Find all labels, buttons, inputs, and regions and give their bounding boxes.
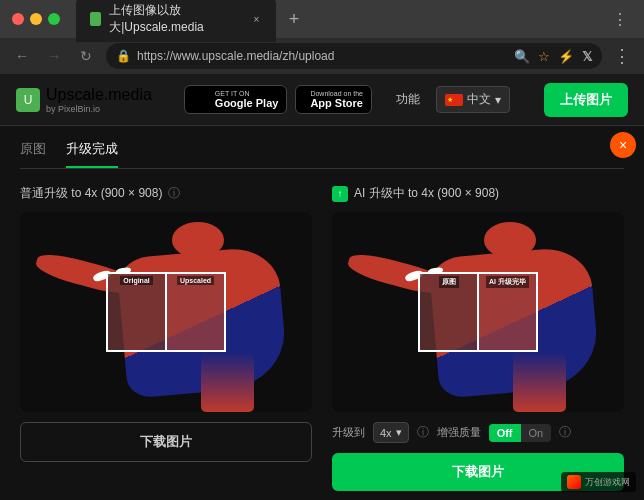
right-comp-upscaled: AI 升级完毕 xyxy=(479,274,536,350)
ai-icon: ↑ xyxy=(332,186,348,202)
store-badges: ▶ GET IT ON Google Play Download on the … xyxy=(184,85,372,114)
left-panel-title: 普通升级 to 4x (900 × 908) ⓘ xyxy=(20,185,312,202)
refresh-button[interactable]: ↻ xyxy=(74,44,98,68)
left-comparison-box: Original Upscaled xyxy=(106,272,226,352)
right-head xyxy=(484,222,537,258)
x-logo-icon: 𝕏 xyxy=(582,49,592,64)
app-store-top-text: Download on the xyxy=(310,90,363,97)
left-panel: 普通升级 to 4x (900 × 908) ⓘ xyxy=(20,185,312,491)
back-button[interactable]: ← xyxy=(10,44,34,68)
forward-button[interactable]: → xyxy=(42,44,66,68)
watermark-text: 万创游戏网 xyxy=(585,476,630,489)
main-content: 原图 升级完成 普通升级 to 4x (900 × 908) ⓘ xyxy=(0,126,644,500)
logo-text-area: Upscale.media by PixelBin.io xyxy=(46,86,152,114)
logo-letter: U xyxy=(24,93,33,107)
header-nav-links: 功能 xyxy=(396,91,420,108)
url-text: https://www.upscale.media/zh/upload xyxy=(137,49,334,63)
google-play-button[interactable]: ▶ GET IT ON Google Play xyxy=(184,85,288,114)
action-controls: 升级到 4x ▾ ⓘ 增强质量 Off On ⓘ xyxy=(332,422,624,443)
right-leg xyxy=(513,352,566,412)
browser-more-options[interactable]: ⋮ xyxy=(608,7,632,31)
browser-tab[interactable]: 上传图像以放大|Upscale.media × xyxy=(76,0,276,42)
tab-title: 上传图像以放大|Upscale.media xyxy=(109,2,243,36)
left-head xyxy=(172,222,225,258)
url-bar[interactable]: 🔒 https://www.upscale.media/zh/upload 🔍 … xyxy=(106,43,602,69)
app-store-text: Download on the App Store xyxy=(310,90,363,109)
left-panel-title-text: 普通升级 to 4x (900 × 908) xyxy=(20,185,162,202)
lang-text: 中文 xyxy=(467,91,491,108)
left-comp-upscaled: Upscaled xyxy=(167,274,224,350)
maximize-window-button[interactable] xyxy=(48,13,60,25)
website-content: U Upscale.media by PixelBin.io ▶ GET IT … xyxy=(0,74,644,500)
content-tabs: 原图 升级完成 xyxy=(20,140,624,169)
title-bar: 上传图像以放大|Upscale.media × + ⋮ xyxy=(0,0,644,38)
tab-original[interactable]: 原图 xyxy=(20,140,46,168)
right-spider-image: 原图 AI 升级完毕 xyxy=(332,212,624,412)
upgrade-info-icon[interactable]: ⓘ xyxy=(417,424,429,441)
left-leg xyxy=(201,352,254,412)
browser-menu-button[interactable]: ⋮ xyxy=(610,44,634,68)
right-panel-title: ↑ AI 升级中 to 4x (900 × 908) xyxy=(332,185,624,202)
site-header: U Upscale.media by PixelBin.io ▶ GET IT … xyxy=(0,74,644,126)
quality-info-icon[interactable]: ⓘ xyxy=(559,424,571,441)
app-store-bottom-text: App Store xyxy=(310,97,363,109)
close-overlay-button[interactable]: × xyxy=(610,132,636,158)
traffic-lights xyxy=(12,13,60,25)
comparison-panels: 普通升级 to 4x (900 × 908) ⓘ xyxy=(20,185,624,491)
tab-bar: 上传图像以放大|Upscale.media × + xyxy=(76,0,600,42)
right-comparison-box: 原图 AI 升级完毕 xyxy=(418,272,538,352)
google-play-top-text: GET IT ON xyxy=(215,90,279,97)
right-panel-title-text: AI 升级中 to 4x (900 × 908) xyxy=(354,185,499,202)
right-comp-label-upscaled: AI 升级完毕 xyxy=(486,276,529,288)
left-image-container: Original Upscaled xyxy=(20,212,312,412)
toggle-on-option[interactable]: On xyxy=(521,424,552,442)
tab-favicon xyxy=(90,12,101,26)
right-comp-original: 原图 xyxy=(420,274,477,350)
left-comp-label-upscaled: Upscaled xyxy=(177,276,214,285)
close-window-button[interactable] xyxy=(12,13,24,25)
left-comp-original: Original xyxy=(108,274,165,350)
minimize-window-button[interactable] xyxy=(30,13,42,25)
watermark-icon xyxy=(567,475,581,489)
nav-features[interactable]: 功能 xyxy=(396,91,420,108)
left-download-button[interactable]: 下载图片 xyxy=(20,422,312,462)
watermark: 万创游戏网 xyxy=(561,472,636,492)
logo-area[interactable]: U Upscale.media by PixelBin.io xyxy=(16,86,152,114)
lock-icon: 🔒 xyxy=(116,49,131,63)
right-panel: ↑ AI 升级中 to 4x (900 × 908) xyxy=(332,185,624,491)
left-spider-image: Original Upscaled xyxy=(20,212,312,412)
bookmark-icon[interactable]: ☆ xyxy=(538,49,550,64)
quality-toggle[interactable]: Off On xyxy=(489,424,552,442)
logo-sub: by PixelBin.io xyxy=(46,104,152,114)
upscale-value: 4x xyxy=(380,427,392,439)
app-store-button[interactable]: Download on the App Store xyxy=(295,85,372,114)
upload-button[interactable]: 上传图片 xyxy=(544,83,628,117)
google-play-text: GET IT ON Google Play xyxy=(215,90,279,109)
upgrade-label: 升级到 xyxy=(332,425,365,440)
right-image-container: 原图 AI 升级完毕 xyxy=(332,212,624,412)
tab-upscaled[interactable]: 升级完成 xyxy=(66,140,118,168)
left-comp-label-original: Original xyxy=(120,276,152,285)
flag-icon xyxy=(445,94,463,106)
toggle-off-option[interactable]: Off xyxy=(489,424,521,442)
new-tab-button[interactable]: + xyxy=(282,7,306,31)
tab-close-button[interactable]: × xyxy=(251,12,262,26)
browser-window: 上传图像以放大|Upscale.media × + ⋮ ← → ↻ 🔒 http… xyxy=(0,0,644,74)
url-icons: 🔍 ☆ ⚡ 𝕏 xyxy=(514,49,592,64)
lang-chevron-icon: ▾ xyxy=(495,93,501,107)
language-selector[interactable]: 中文 ▾ xyxy=(436,86,510,113)
right-comp-label-original: 原图 xyxy=(439,276,459,288)
nav-bar: ← → ↻ 🔒 https://www.upscale.media/zh/upl… xyxy=(0,38,644,74)
logo-name: Upscale.media xyxy=(46,86,152,104)
extensions-icon[interactable]: ⚡ xyxy=(558,49,574,64)
google-play-bottom-text: Google Play xyxy=(215,97,279,109)
google-play-icon: ▶ xyxy=(193,92,209,108)
info-icon-left[interactable]: ⓘ xyxy=(168,185,180,202)
search-icon: 🔍 xyxy=(514,49,530,64)
logo-icon: U xyxy=(16,88,40,112)
quality-label: 增强质量 xyxy=(437,425,481,440)
upscale-chevron-icon: ▾ xyxy=(396,426,402,439)
upscale-select[interactable]: 4x ▾ xyxy=(373,422,409,443)
